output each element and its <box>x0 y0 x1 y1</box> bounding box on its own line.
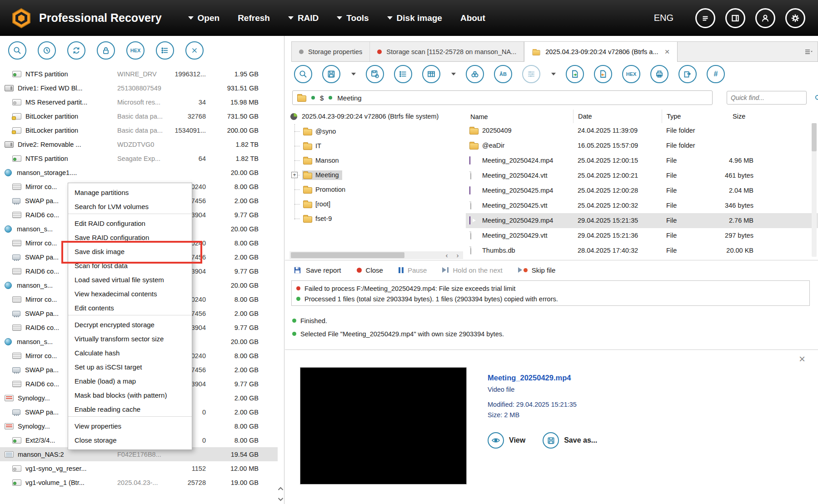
tree-folder-row[interactable]: [root] <box>289 197 466 211</box>
storage-row[interactable]: BitLocker partition Basic data pa... 327… <box>0 109 278 123</box>
storage-row[interactable]: MS Reserved partit... Microsoft res... 3… <box>0 95 278 109</box>
storage-row[interactable]: Drive1: Fixed WD Bl... 251308807549 931.… <box>0 81 278 95</box>
checksum-icon[interactable]: # <box>707 65 725 83</box>
expander-icon[interactable] <box>291 172 298 178</box>
context-menu-item[interactable]: Search for LVM volumes <box>68 200 192 214</box>
search-icon[interactable] <box>814 94 818 102</box>
storage-row[interactable]: NTFS partition WINRE_DRV 1996312... 1.95… <box>0 67 278 81</box>
context-menu-item[interactable]: Mask bad blocks (with pattern) <box>68 388 192 402</box>
quick-find-input[interactable] <box>730 94 814 102</box>
column-type[interactable]: Type <box>662 110 681 123</box>
file-row[interactable]: Thumbs.db 28.04.2025 17:40:32 File 20.00… <box>466 243 818 258</box>
file-row[interactable]: Meeting_20250424.vtt 25.04.2025 12:00:21… <box>466 168 818 183</box>
tab-storage-properties[interactable]: Storage properties <box>292 42 370 61</box>
storage-scrollbar[interactable] <box>277 487 284 501</box>
list-view-icon[interactable] <box>156 41 174 60</box>
file-row[interactable]: Meeting_20250425.mp4 25.04.2025 12:00:28… <box>466 183 818 198</box>
column-name[interactable]: Name <box>470 110 488 125</box>
file-list-scrollbar[interactable] <box>812 123 817 257</box>
scroll-left-icon[interactable]: ‹ <box>441 251 452 259</box>
scroll-up-icon[interactable] <box>278 487 284 491</box>
context-menu-item[interactable]: Save RAID configuration <box>68 230 192 245</box>
breadcrumb-root[interactable]: $ <box>320 94 324 102</box>
context-menu-item[interactable]: Enable reading cache <box>68 402 192 417</box>
view-button[interactable]: View <box>488 432 525 449</box>
close-panel-icon[interactable] <box>185 41 204 60</box>
save-icon[interactable] <box>322 65 340 83</box>
tab-close-icon[interactable]: × <box>665 47 670 57</box>
print-icon[interactable] <box>650 65 668 83</box>
encoding-icon[interactable]: ÂB <box>494 65 512 83</box>
context-menu-item[interactable]: Load saved virtual file system <box>68 273 192 287</box>
file-row[interactable]: Meeting_20250425.vtt 25.04.2025 12:00:32… <box>466 198 818 213</box>
filter-dropdown-icon[interactable] <box>551 73 556 75</box>
context-menu-item[interactable]: Enable (load) a map <box>68 374 192 388</box>
storage-row[interactable]: BitLocker partition Basic data pa... 153… <box>0 123 278 137</box>
context-menu-item[interactable]: Edit contents <box>68 301 192 315</box>
context-menu-item[interactable]: Virtually transform sector size <box>68 332 192 346</box>
storage-row[interactable]: vg1-syno_vg_reser... 1152 12.00 MB <box>0 461 278 475</box>
hex-view-icon[interactable]: HEX <box>126 41 145 60</box>
context-menu-item[interactable]: Manage partitions <box>68 185 192 200</box>
context-menu-item[interactable]: Decrypt encrypted storage <box>68 318 192 332</box>
filter-icon[interactable] <box>522 65 540 83</box>
quick-find[interactable] <box>727 91 807 105</box>
refresh-icon[interactable] <box>67 41 85 60</box>
share-icon[interactable] <box>678 65 697 83</box>
context-menu-item[interactable]: Set up as iSCSI target <box>68 360 192 374</box>
file-row[interactable]: Meeting_20250429.vtt 29.04.2025 15:21:36… <box>466 228 818 243</box>
scrollbar-thumb[interactable] <box>812 123 817 151</box>
reading-pane-icon[interactable] <box>725 8 745 28</box>
scrollbar-thumb[interactable] <box>291 252 404 258</box>
column-size[interactable]: Size <box>733 110 745 123</box>
recent-scan-icon[interactable] <box>38 41 56 60</box>
column-date[interactable]: Date <box>573 110 592 123</box>
filesystem-root[interactable]: 2025.04.23-09:20:24 v72806 (Btrfs file s… <box>289 110 466 123</box>
context-menu-item[interactable]: Scan for lost data <box>68 259 192 273</box>
storage-row[interactable]: vg1-volume_1 (Btr... 2025.04.23-... 2572… <box>0 475 278 489</box>
save-options-icon[interactable] <box>366 65 384 83</box>
file-row[interactable]: Meeting_20250424.mp4 25.04.2025 12:00:15… <box>466 153 818 168</box>
menu-raid[interactable]: RAID <box>288 13 319 23</box>
storage-row[interactable]: manson_storage1.... 20.00 GB <box>0 165 278 180</box>
tree-folder-row[interactable]: IT <box>289 139 466 153</box>
menu-open[interactable]: Open <box>188 13 220 23</box>
search-icon[interactable] <box>294 65 312 83</box>
scroll-down-icon[interactable] <box>278 497 284 501</box>
context-menu-item[interactable]: Edit RAID configuration <box>68 216 192 230</box>
search-icon[interactable] <box>8 41 26 60</box>
storage-row[interactable]: NTFS partition Seagate Exp... 64 1.82 TB <box>0 151 278 165</box>
tab-overflow-menu-icon[interactable] <box>804 42 818 61</box>
task-list-icon[interactable] <box>394 65 412 83</box>
settings-gear-icon[interactable] <box>785 8 805 28</box>
user-icon[interactable] <box>755 8 775 28</box>
context-menu-item[interactable]: View properties <box>68 419 192 433</box>
close-preview-icon[interactable]: × <box>799 354 805 364</box>
context-menu-item[interactable]: Save disk image <box>68 245 192 259</box>
pause-button[interactable]: Pause <box>399 266 427 274</box>
save-as-button[interactable]: Save as... <box>543 432 597 449</box>
tree-folder-row[interactable]: @syno <box>289 124 466 139</box>
tree-folder-row[interactable]: Manson <box>289 153 466 168</box>
breadcrumb-current[interactable]: Meeting <box>337 94 361 102</box>
export-files-icon[interactable] <box>594 65 612 83</box>
file-row[interactable]: 20250409 24.04.2025 11:39:09 File folder <box>466 123 818 138</box>
save-report-button[interactable]: Save report <box>293 266 341 274</box>
skip-file-button[interactable]: Skip file <box>518 266 556 274</box>
close-task-button[interactable]: Close <box>357 266 383 274</box>
find-icon[interactable] <box>466 65 484 83</box>
tab-filesystem[interactable]: 2025.04.23-09:20:24 v72806 (Btrfs a... × <box>524 42 677 62</box>
menu-tools[interactable]: Tools <box>337 13 369 23</box>
copy-files-icon[interactable] <box>566 65 584 83</box>
file-row[interactable]: @eaDir 16.05.2025 15:57:09 File folder <box>466 138 818 153</box>
view-mode-dropdown-icon[interactable] <box>451 73 456 75</box>
storage-row[interactable]: Drive2: Removable ... WDZDTVG0 1.82 TB <box>0 137 278 151</box>
lock-icon[interactable] <box>97 41 115 60</box>
menu-about[interactable]: About <box>460 13 485 23</box>
view-mode-icon[interactable] <box>422 65 440 83</box>
tree-folder-row[interactable]: Promotion <box>289 182 466 197</box>
tab-storage-scan[interactable]: Storage scan [1152-25728 on manson_NA... <box>370 42 524 61</box>
context-menu-item[interactable]: View hexadecimal contents <box>68 287 192 301</box>
file-row[interactable]: Meeting_20250429.mp4 29.04.2025 15:21:35… <box>466 213 818 228</box>
tree-folder-row[interactable]: Meeting <box>289 168 466 182</box>
